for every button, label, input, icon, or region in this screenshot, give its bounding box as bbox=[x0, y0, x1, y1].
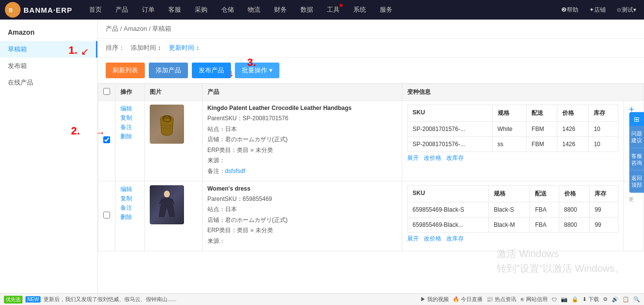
row1-stock-adjust-link[interactable]: 改库存 bbox=[446, 154, 464, 161]
nav-item-tools[interactable]: 工具 bbox=[320, 0, 346, 20]
var2-header-sku: SKU bbox=[408, 185, 489, 202]
sidebar-title: Amazon bbox=[0, 25, 97, 41]
row2-price-adjust-link[interactable]: 改价格 bbox=[424, 235, 441, 242]
sidebar-item-publish[interactable]: 发布箱 bbox=[0, 58, 97, 74]
row1-delete-link[interactable]: 删除 bbox=[120, 132, 139, 141]
row2-more-label: 更 bbox=[629, 196, 634, 202]
row2-variant2: 659855469-Black... Black-M FBA 8800 99 bbox=[408, 217, 619, 232]
row1-expand-link[interactable]: 展开 bbox=[407, 154, 419, 161]
row2-product-image bbox=[150, 185, 184, 224]
nav-store[interactable]: ✦店铺 bbox=[586, 6, 609, 14]
breadcrumb: 产品 / Amazon / 草稿箱 bbox=[98, 20, 644, 39]
nav-item-system[interactable]: 系统 bbox=[346, 0, 373, 20]
right-panel-support[interactable]: 客服咨询 bbox=[629, 148, 644, 171]
row1-actions: 编辑 复制 备注 删除 bbox=[115, 101, 145, 181]
batch-operation-button[interactable]: 批量操作 ▾ bbox=[235, 63, 279, 78]
search-icon[interactable]: 🔍 bbox=[633, 296, 640, 303]
live-stream[interactable]: 🔥 今日直播 bbox=[453, 296, 483, 303]
nav-item-logistics[interactable]: 物流 bbox=[241, 0, 267, 20]
right-panel-issue[interactable]: 问题建议 bbox=[629, 126, 644, 149]
action-bar: 刷新列表 添加产品 发布产品 批量操作 ▾ bbox=[98, 58, 644, 84]
row2-checkbox-cell bbox=[98, 181, 115, 251]
row2-product-name: Women's dress bbox=[207, 185, 397, 192]
header-variant-info: 变种信息 bbox=[402, 84, 644, 101]
right-panel: ⊞ 问题建议 客服咨询 返回顶部 bbox=[629, 112, 644, 193]
site-credit[interactable]: ⊕ 网站信用 bbox=[520, 296, 548, 303]
status-bar-left: 优先选 NEW 更新后，我们又发现了假刘恺威、假马云、假钟南山...... bbox=[4, 296, 416, 304]
row2-v1-sku: 659855469-Black-S bbox=[408, 202, 489, 217]
row2-delete-link[interactable]: 删除 bbox=[120, 213, 139, 221]
header-product: 产品 bbox=[202, 84, 402, 101]
refresh-list-button[interactable]: 刷新列表 bbox=[106, 63, 145, 78]
nav-item-service[interactable]: 客服 bbox=[161, 0, 188, 20]
volume-icon[interactable]: 🔊 bbox=[612, 296, 619, 303]
product-table: 操作 图片 产品 变种信息 编辑 bbox=[98, 84, 644, 251]
publish-product-button[interactable]: 发布产品 bbox=[192, 63, 231, 78]
logo: B BANMA·ERP bbox=[5, 2, 72, 18]
row1-product-name: Kingdo Patent Leather Crocodile Leather … bbox=[207, 105, 397, 111]
row1-checkbox[interactable] bbox=[103, 136, 110, 143]
row1-v2-delivery: FBM bbox=[527, 137, 557, 152]
row2-actions: 编辑 复制 备注 删除 bbox=[115, 181, 145, 251]
row2-product-meta: ParentSKU：659855469 站点：日本 店铺：君のホームカザリ(正式… bbox=[207, 194, 397, 247]
gear-icon[interactable]: ⚙ bbox=[603, 296, 608, 303]
row2-note-link[interactable]: 备注 bbox=[120, 204, 139, 212]
row1-variant2: SP-20081701576-... ss FBM 1426 10 bbox=[408, 137, 619, 152]
hot-news[interactable]: 📰 热点资讯 bbox=[486, 296, 516, 303]
nav-item-data[interactable]: 数据 bbox=[294, 0, 320, 20]
calendar-icon: 📋 bbox=[622, 296, 629, 303]
var-header-spec: 规格 bbox=[492, 105, 527, 122]
main-layout: Amazon 草稿箱 发布箱 在线产品 产品 / Amazon / 草稿箱 排序… bbox=[0, 20, 644, 293]
download-icon[interactable]: ⬇ 下载 bbox=[582, 296, 599, 303]
header-action: 操作 bbox=[115, 84, 145, 101]
row2-v1-delivery: FBA bbox=[530, 202, 559, 217]
row1-price-adjust-link[interactable]: 改价格 bbox=[424, 154, 441, 161]
row1-edit-link[interactable]: 编辑 bbox=[120, 105, 139, 113]
logo-text: BANMA·ERP bbox=[23, 6, 72, 14]
row2-v2-spec: Black-M bbox=[488, 217, 529, 232]
sidebar-item-online[interactable]: 在线产品 bbox=[0, 74, 97, 91]
row1-expand-area: 展开 改价格 改库存 bbox=[407, 154, 619, 162]
row2-variant-cell: SKU 规格 配送 价格 库存 659855469-Black-S Black-… bbox=[402, 181, 624, 251]
sort-add-time[interactable]: 添加时间 ↕ bbox=[129, 43, 163, 53]
nav-item-warehouse[interactable]: 仓储 bbox=[214, 0, 241, 20]
header-image: 图片 bbox=[145, 84, 203, 101]
add-product-button[interactable]: 添加产品 bbox=[149, 63, 188, 78]
row1-copy-link[interactable]: 复制 bbox=[120, 114, 139, 122]
row2-copy-link[interactable]: 复制 bbox=[120, 195, 139, 203]
nav-help[interactable]: ❷帮助 bbox=[558, 6, 581, 14]
row2-v2-delivery: FBA bbox=[530, 217, 559, 232]
var-header-delivery: 配送 bbox=[527, 105, 557, 122]
nav-item-service2[interactable]: 服务 bbox=[373, 0, 399, 20]
row1-checkbox-cell bbox=[98, 101, 115, 181]
new-tag: NEW bbox=[25, 296, 41, 303]
right-panel-top-btn[interactable]: 返回顶部 bbox=[629, 171, 644, 193]
nav-item-home[interactable]: 首页 bbox=[82, 0, 109, 20]
table-header-row: 操作 图片 产品 变种信息 bbox=[98, 84, 644, 101]
nav-item-finance[interactable]: 财务 bbox=[267, 0, 294, 20]
right-panel-grid-icon[interactable]: ⊞ bbox=[629, 112, 644, 126]
sort-update-time[interactable]: 更新时间 ↕ bbox=[167, 43, 201, 53]
row1-v2-sku: SP-20081701576-... bbox=[408, 137, 493, 152]
var-header-sku: SKU bbox=[408, 105, 493, 122]
tools-dot bbox=[340, 4, 343, 7]
sidebar-item-draft[interactable]: 草稿箱 bbox=[0, 41, 97, 58]
row2-checkbox[interactable] bbox=[103, 212, 110, 218]
nav-item-order[interactable]: 订单 bbox=[135, 0, 161, 20]
row1-note-link[interactable]: 备注 bbox=[120, 123, 139, 131]
nav-item-purchase[interactable]: 采购 bbox=[188, 0, 214, 20]
nav-item-product[interactable]: 产品 bbox=[109, 0, 135, 20]
var2-header-stock: 库存 bbox=[590, 185, 619, 202]
row2-stock-adjust-link[interactable]: 改库存 bbox=[446, 235, 464, 242]
select-all-checkbox[interactable] bbox=[103, 88, 110, 95]
my-video[interactable]: ▶ 我的视频 bbox=[420, 296, 449, 303]
nav-user[interactable]: ⊙测试▾ bbox=[614, 6, 639, 14]
variant-header-row: SKU 规格 配送 价格 库存 bbox=[408, 105, 619, 122]
row1-v2-stock: 10 bbox=[589, 137, 619, 152]
row2-image-cell bbox=[145, 181, 203, 251]
row2-edit-link[interactable]: 编辑 bbox=[120, 185, 139, 194]
row2-v1-price: 8800 bbox=[559, 202, 590, 217]
row2-expand-link[interactable]: 展开 bbox=[407, 235, 419, 242]
row1-variant-table: SKU 规格 配送 价格 库存 SP-20081701576-... White bbox=[407, 105, 619, 152]
row2-variant-table: SKU 规格 配送 价格 库存 659855469-Black-S Black-… bbox=[407, 185, 619, 233]
